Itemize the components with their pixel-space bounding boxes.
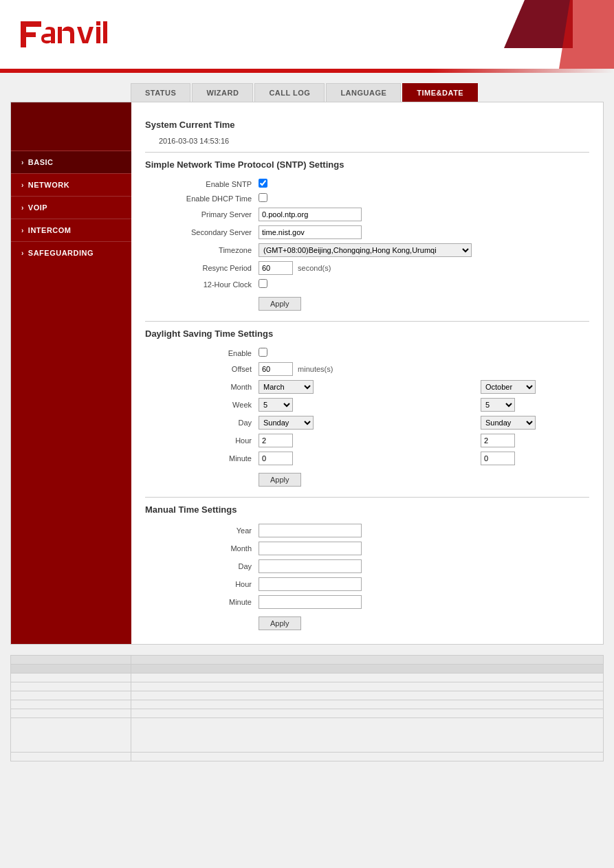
dst-enable-checkbox[interactable] — [259, 348, 267, 357]
tab-status[interactable]: STATUS — [131, 83, 190, 102]
enable-dhcp-checkbox[interactable] — [259, 193, 267, 202]
dst-minute-end-cell — [477, 449, 589, 467]
bottom-table-cell-2-1 — [131, 674, 604, 682]
sidebar-label-intercom-1: INTERCOM — [28, 226, 72, 234]
svg-rect-1 — [21, 21, 41, 27]
bottom-table-row-0 — [11, 656, 604, 665]
secondary-server-input[interactable] — [259, 225, 362, 239]
sntp-apply-spacer — [145, 291, 255, 314]
dst-week-end-select[interactable]: 51234 — [481, 398, 515, 412]
dst-day-start-select[interactable]: SundayMondayTuesday WednesdayThursdayFri… — [259, 416, 314, 430]
divider-1 — [145, 152, 589, 153]
dst-week-row: Week 51234 51234 — [145, 396, 589, 414]
bottom-table-cell-1-1 — [131, 665, 604, 674]
primary-server-label: Primary Server — [145, 205, 255, 223]
bottom-table-cell-5-1 — [131, 700, 604, 709]
dst-offset-input[interactable] — [259, 362, 293, 376]
dst-month-end-select[interactable]: October JanuaryFebruaryMarch AprilMayJun… — [481, 380, 536, 394]
svg-rect-5 — [96, 27, 100, 43]
manual-month-row: Month — [145, 539, 589, 557]
bottom-table-cell-6-1 — [131, 709, 604, 718]
bottom-table-row-3 — [11, 682, 604, 691]
dst-offset-cell: minutes(s) — [255, 360, 589, 378]
manual-hour-input[interactable] — [259, 577, 362, 591]
dst-week-end-cell: 51234 — [477, 396, 589, 414]
sidebar-item-safeguarding-1[interactable]: › SAFEGUARDING — [11, 241, 131, 264]
tab-navigation: STATUS WIZARD CALL LOG LANGUAGE TIME&DAT… — [131, 83, 604, 102]
sidebar-item-voip-1[interactable]: › VoIP — [11, 196, 131, 219]
secondary-server-cell — [255, 223, 589, 241]
dst-month-row: Month March JanuaryFebruaryApril MayJune… — [145, 378, 589, 396]
resync-input[interactable] — [259, 261, 293, 275]
arrow-icon: › — [21, 227, 24, 234]
tab-wizard[interactable]: WIZARD — [192, 83, 253, 102]
dst-apply-button[interactable]: Apply — [259, 473, 301, 487]
bottom-table-cell-4-1 — [131, 691, 604, 700]
manual-apply-button[interactable]: Apply — [259, 616, 301, 630]
sidebar-item-network-1[interactable]: › NETWORK — [11, 173, 131, 196]
manual-apply-cell: Apply — [255, 611, 589, 634]
bottom-table-cell-0-0 — [11, 656, 131, 665]
dst-month-start-select[interactable]: March JanuaryFebruaryApril MayJuneJuly A… — [259, 380, 314, 394]
dst-minute-start-cell — [255, 449, 367, 467]
sidebar-label-voip-1: VoIP — [28, 203, 47, 212]
tab-language[interactable]: LANGUAGE — [326, 83, 401, 102]
sidebar-item-intercom-1[interactable]: › INTERCOM — [11, 219, 131, 241]
manual-time-title: Manual Time Settings — [145, 504, 589, 515]
timezone-select[interactable]: (GMT+08:00)Beijing,Chongqing,Hong Kong,U… — [259, 243, 472, 257]
sntp-apply-button[interactable]: Apply — [259, 297, 301, 311]
bottom-table-row-8 — [11, 753, 604, 761]
bottom-table-row-6 — [11, 709, 604, 718]
daylight-title: Daylight Saving Time Settings — [145, 329, 589, 339]
sidebar-label-basic-1: BASIC — [28, 158, 54, 166]
dst-offset-unit: minutes(s) — [298, 365, 333, 373]
bottom-table-cell-0-1 — [131, 656, 604, 665]
primary-server-cell — [255, 205, 589, 223]
primary-server-input[interactable] — [259, 208, 362, 221]
manual-minute-label: Minute — [145, 593, 255, 611]
sidebar-label-network-1: NETWORK — [28, 181, 69, 189]
dst-offset-row: Offset minutes(s) — [145, 360, 589, 378]
bottom-table-cell-6-0 — [11, 709, 131, 718]
tab-timedate[interactable]: TIME&DATE — [402, 83, 478, 102]
dst-apply-spacer — [145, 467, 255, 490]
header-decor-dark — [504, 0, 573, 48]
dst-hour-start-cell — [255, 432, 367, 449]
manual-year-row: Year — [145, 522, 589, 539]
manual-month-cell — [255, 539, 589, 557]
dst-day-end-select[interactable]: SundayMondayTuesday WednesdayThursdayFri… — [481, 416, 536, 430]
enable-sntp-checkbox[interactable] — [259, 179, 267, 188]
enable-sntp-label: Enable SNTP — [145, 177, 255, 191]
sidebar-label-safeguarding-1: SAFEGUARDING — [28, 249, 94, 257]
dst-enable-cell — [255, 346, 589, 360]
bottom-table-row-7 — [11, 718, 604, 753]
logo — [14, 16, 124, 54]
dst-hour-end-input[interactable] — [481, 434, 515, 447]
first-content-block: › BASIC › NETWORK › VoIP › INTERCOM › SA… — [10, 102, 604, 645]
dst-month-start-cell: March JanuaryFebruaryApril MayJuneJuly A… — [255, 378, 367, 396]
current-time-display: 2016-03-03 14:53:16 — [145, 137, 589, 145]
dst-apply-row: Apply — [145, 467, 589, 490]
timezone-label: Timezone — [145, 241, 255, 259]
timezone-cell: (GMT+08:00)Beijing,Chongqing,Hong Kong,U… — [255, 241, 589, 259]
manual-month-input[interactable] — [259, 542, 362, 555]
dst-week-start-select[interactable]: 51234 — [259, 398, 293, 412]
dst-hour-start-input[interactable] — [259, 434, 293, 447]
dst-minute-end-input[interactable] — [481, 452, 515, 465]
enable-dhcp-label: Enable DHCP Time — [145, 191, 255, 205]
dst-hour-label: Hour — [145, 432, 255, 449]
bottom-table — [10, 655, 604, 761]
svg-rect-3 — [58, 27, 62, 43]
tab-calllog[interactable]: CALL LOG — [254, 83, 325, 102]
hour12-checkbox[interactable] — [259, 279, 267, 288]
manual-year-input[interactable] — [259, 524, 362, 537]
dst-minute-start-input[interactable] — [259, 452, 293, 465]
dst-day-spacer — [367, 414, 477, 432]
sidebar-item-basic-1[interactable]: › BASIC — [11, 151, 131, 173]
dst-month-label: Month — [145, 378, 255, 396]
bottom-table-cell-1-0 — [11, 665, 131, 674]
dst-month-spacer — [367, 378, 477, 396]
manual-minute-input[interactable] — [259, 595, 362, 609]
manual-day-input[interactable] — [259, 559, 362, 573]
bottom-table-cell-8-1 — [131, 753, 604, 761]
